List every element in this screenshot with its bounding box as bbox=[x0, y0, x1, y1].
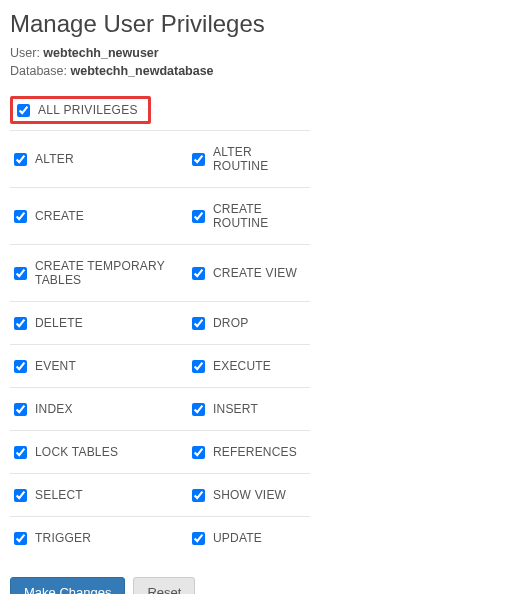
privilege-label[interactable]: CREATE VIEW bbox=[213, 266, 297, 280]
privilege-cell: SHOW VIEW bbox=[188, 474, 310, 516]
privilege-row: CREATE TEMPORARY TABLESCREATE VIEW bbox=[10, 244, 310, 301]
privilege-row: TRIGGERUPDATE bbox=[10, 516, 310, 559]
privilege-cell: DELETE bbox=[10, 302, 188, 344]
privilege-checkbox[interactable] bbox=[192, 210, 205, 223]
privilege-checkbox[interactable] bbox=[192, 153, 205, 166]
privilege-checkbox[interactable] bbox=[192, 267, 205, 280]
privilege-cell: INSERT bbox=[188, 388, 310, 430]
privilege-checkbox[interactable] bbox=[14, 532, 27, 545]
privilege-row: CREATECREATE ROUTINE bbox=[10, 187, 310, 244]
privilege-checkbox[interactable] bbox=[14, 153, 27, 166]
reset-button[interactable]: Reset bbox=[133, 577, 195, 594]
privilege-checkbox[interactable] bbox=[14, 403, 27, 416]
privilege-cell: INDEX bbox=[10, 388, 188, 430]
privilege-label[interactable]: INSERT bbox=[213, 402, 258, 416]
privilege-checkbox[interactable] bbox=[14, 267, 27, 280]
privilege-checkbox[interactable] bbox=[14, 210, 27, 223]
privilege-label[interactable]: ALTER ROUTINE bbox=[213, 145, 306, 173]
privilege-row: ALTERALTER ROUTINE bbox=[10, 130, 310, 187]
user-value: webtechh_newuser bbox=[43, 46, 158, 60]
privilege-label[interactable]: LOCK TABLES bbox=[35, 445, 118, 459]
user-label: User: bbox=[10, 46, 40, 60]
make-changes-button[interactable]: Make Changes bbox=[10, 577, 125, 594]
privilege-cell: DROP bbox=[188, 302, 310, 344]
privilege-checkbox[interactable] bbox=[192, 489, 205, 502]
privilege-label[interactable]: ALTER bbox=[35, 152, 74, 166]
all-privileges-label[interactable]: ALL PRIVILEGES bbox=[38, 103, 138, 117]
privilege-checkbox[interactable] bbox=[192, 403, 205, 416]
privilege-cell: CREATE ROUTINE bbox=[188, 188, 310, 244]
privilege-checkbox[interactable] bbox=[192, 360, 205, 373]
privilege-label[interactable]: SELECT bbox=[35, 488, 83, 502]
privilege-row: LOCK TABLESREFERENCES bbox=[10, 430, 310, 473]
privilege-cell: CREATE bbox=[10, 188, 188, 244]
privilege-row: DELETEDROP bbox=[10, 301, 310, 344]
privilege-checkbox[interactable] bbox=[14, 317, 27, 330]
privilege-cell: TRIGGER bbox=[10, 517, 188, 559]
privilege-label[interactable]: DELETE bbox=[35, 316, 83, 330]
privilege-label[interactable]: INDEX bbox=[35, 402, 73, 416]
privilege-cell: EVENT bbox=[10, 345, 188, 387]
privilege-label[interactable]: CREATE ROUTINE bbox=[213, 202, 306, 230]
privilege-cell: ALTER bbox=[10, 131, 188, 187]
privilege-checkbox[interactable] bbox=[14, 489, 27, 502]
privilege-cell: REFERENCES bbox=[188, 431, 310, 473]
privilege-label[interactable]: TRIGGER bbox=[35, 531, 91, 545]
database-value: webtechh_newdatabase bbox=[70, 64, 213, 78]
privilege-label[interactable]: SHOW VIEW bbox=[213, 488, 286, 502]
privilege-checkbox[interactable] bbox=[14, 360, 27, 373]
privilege-label[interactable]: REFERENCES bbox=[213, 445, 297, 459]
privilege-cell: ALTER ROUTINE bbox=[188, 131, 310, 187]
privilege-cell: SELECT bbox=[10, 474, 188, 516]
database-meta: Database: webtechh_newdatabase bbox=[10, 64, 509, 78]
privilege-checkbox[interactable] bbox=[192, 532, 205, 545]
all-privileges-highlight: ALL PRIVILEGES bbox=[10, 96, 151, 124]
privilege-label[interactable]: EXECUTE bbox=[213, 359, 271, 373]
privilege-cell: EXECUTE bbox=[188, 345, 310, 387]
privilege-cell: LOCK TABLES bbox=[10, 431, 188, 473]
all-privileges-checkbox[interactable] bbox=[17, 104, 30, 117]
privilege-label[interactable]: CREATE bbox=[35, 209, 84, 223]
privilege-label[interactable]: UPDATE bbox=[213, 531, 262, 545]
privilege-label[interactable]: EVENT bbox=[35, 359, 76, 373]
privilege-checkbox[interactable] bbox=[192, 317, 205, 330]
privilege-row: EVENTEXECUTE bbox=[10, 344, 310, 387]
user-meta: User: webtechh_newuser bbox=[10, 46, 509, 60]
privilege-row: INDEXINSERT bbox=[10, 387, 310, 430]
button-row: Make Changes Reset bbox=[10, 577, 509, 594]
privilege-checkbox[interactable] bbox=[14, 446, 27, 459]
page-title: Manage User Privileges bbox=[10, 10, 509, 38]
privilege-cell: CREATE VIEW bbox=[188, 245, 310, 301]
privilege-row: SELECTSHOW VIEW bbox=[10, 473, 310, 516]
privilege-cell: UPDATE bbox=[188, 517, 310, 559]
privilege-checkbox[interactable] bbox=[192, 446, 205, 459]
privilege-label[interactable]: DROP bbox=[213, 316, 248, 330]
database-label: Database: bbox=[10, 64, 67, 78]
privilege-cell: CREATE TEMPORARY TABLES bbox=[10, 245, 188, 301]
privilege-label[interactable]: CREATE TEMPORARY TABLES bbox=[35, 259, 184, 287]
privileges-table: ALTERALTER ROUTINECREATECREATE ROUTINECR… bbox=[10, 130, 310, 559]
